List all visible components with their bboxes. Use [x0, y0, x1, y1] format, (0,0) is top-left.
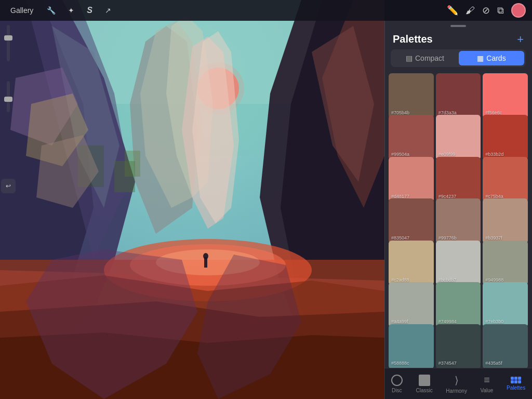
- color-card[interactable]: #99504a: [389, 115, 434, 160]
- classic-icon: [419, 375, 430, 386]
- opacity-slider[interactable]: [7, 81, 10, 112]
- color-card[interactable]: #99776b: [436, 198, 481, 244]
- magic-wand-icon[interactable]: ✦: [65, 4, 77, 17]
- color-label: #58888c: [391, 361, 409, 366]
- color-card[interactable]: #435a5f: [483, 324, 528, 368]
- style-icon[interactable]: S: [84, 4, 96, 17]
- drag-handle-area: [384, 21, 532, 28]
- tab-harmony[interactable]: ⟩ Harmony: [440, 372, 473, 396]
- color-swatch[interactable]: [511, 3, 526, 18]
- color-card[interactable]: #a4a99f: [389, 282, 434, 327]
- gallery-button[interactable]: Gallery: [6, 4, 37, 17]
- transform-icon[interactable]: ↗: [102, 4, 114, 17]
- color-label: #374547: [438, 361, 457, 366]
- color-card[interactable]: #d48177: [389, 157, 434, 202]
- svg-rect-31: [125, 151, 140, 177]
- wrench-icon[interactable]: 🔧: [44, 4, 59, 17]
- cards-icon: ▦: [477, 54, 484, 62]
- svg-point-29: [203, 253, 208, 259]
- view-toggle: ▤ Compact ▦ Cards: [391, 49, 526, 67]
- drag-handle: [450, 25, 466, 27]
- color-card[interactable]: #9c4237: [436, 157, 481, 202]
- color-card[interactable]: #7d3a3a: [436, 73, 481, 118]
- panel-header: Palettes +: [384, 28, 532, 49]
- color-card[interactable]: #749984: [436, 282, 481, 327]
- tab-value-label: Value: [481, 388, 494, 393]
- color-card[interactable]: #f56e6c: [483, 73, 528, 118]
- panel-divider: [384, 21, 385, 399]
- compact-label: Compact: [415, 54, 444, 62]
- color-card[interactable]: #c2ad88: [389, 241, 434, 286]
- compact-icon: ▤: [406, 54, 413, 62]
- tab-disc-label: Disc: [392, 388, 402, 393]
- disc-icon: [391, 375, 403, 386]
- cards-label: Cards: [486, 54, 506, 62]
- cards-view-button[interactable]: ▦ Cards: [459, 51, 524, 65]
- color-card[interactable]: #949988: [483, 241, 528, 286]
- right-top-tools: ✏️ 🖌 ⊘ ⧉: [384, 0, 532, 21]
- color-card[interactable]: #c75b4a: [483, 157, 528, 202]
- painting: [0, 0, 384, 399]
- harmony-icon: ⟩: [455, 374, 459, 387]
- color-card[interactable]: #7eb3b0: [483, 282, 528, 327]
- tab-palettes[interactable]: Palettes: [500, 375, 531, 393]
- layers-tool-icon[interactable]: ⧉: [497, 5, 504, 16]
- tab-classic-label: Classic: [416, 388, 432, 393]
- value-icon: ≡: [484, 374, 490, 386]
- palettes-panel: Palettes + ▤ Compact ▦ Cards #705b4b#7d3…: [384, 21, 532, 399]
- color-card[interactable]: #bcbdb7: [436, 241, 481, 286]
- color-card[interactable]: #58888c: [389, 324, 434, 368]
- tab-value[interactable]: ≡ Value: [474, 372, 500, 395]
- bottom-tabs: Disc Classic ⟩ Harmony ≡ Value Palettes: [384, 368, 532, 399]
- top-toolbar: Gallery 🔧 ✦ S ↗: [0, 0, 384, 21]
- color-card[interactable]: #e09f99: [436, 115, 481, 160]
- pencil-tool-icon[interactable]: ✏️: [447, 5, 458, 16]
- color-card[interactable]: #b33b2d: [483, 115, 528, 160]
- tab-classic[interactable]: Classic: [409, 373, 438, 395]
- smudge-tool-icon[interactable]: 🖌: [466, 5, 475, 16]
- undo-button[interactable]: ↩: [1, 179, 16, 193]
- color-grid: #705b4b#7d3a3a#f56e6c#99504a#e09f99#b33b…: [384, 71, 532, 368]
- tab-palettes-label: Palettes: [507, 385, 525, 391]
- color-card[interactable]: #b3937f: [483, 198, 528, 244]
- color-label: #435a5f: [485, 361, 502, 366]
- tab-disc[interactable]: Disc: [385, 373, 409, 395]
- brush-size-slider[interactable]: [7, 25, 10, 61]
- left-toolbar: ↩: [0, 21, 17, 193]
- color-card[interactable]: #835047: [389, 198, 434, 244]
- color-card[interactable]: #374547: [436, 324, 481, 368]
- color-card[interactable]: #705b4b: [389, 73, 434, 118]
- compact-view-button[interactable]: ▤ Compact: [392, 51, 458, 65]
- tab-harmony-label: Harmony: [446, 388, 467, 394]
- palettes-icon: [511, 377, 521, 383]
- add-palette-button[interactable]: +: [517, 34, 524, 45]
- panel-title: Palettes: [393, 33, 433, 45]
- eraser-tool-icon[interactable]: ⊘: [482, 5, 490, 16]
- canvas-area[interactable]: [0, 0, 384, 399]
